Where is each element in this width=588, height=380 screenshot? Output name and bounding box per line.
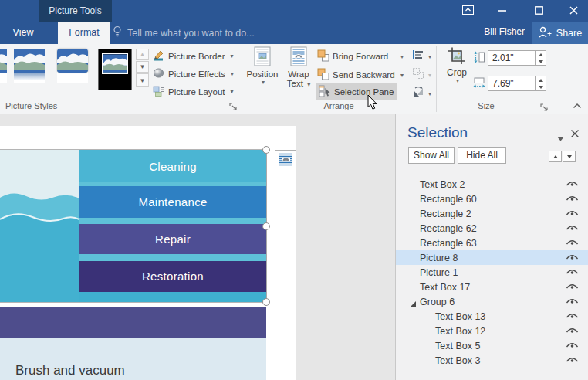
spin-up-button[interactable] bbox=[536, 51, 546, 58]
show-all-button[interactable]: Show All bbox=[408, 147, 455, 164]
eye-visibility-icon[interactable] bbox=[566, 253, 579, 264]
shape-width-spinner[interactable]: 7.69" bbox=[488, 76, 546, 91]
selected-picture[interactable]: Cleaning Maintenance Repair Restoration bbox=[0, 149, 267, 303]
pane-close-button[interactable] bbox=[570, 127, 580, 141]
eye-visibility-icon[interactable] bbox=[566, 356, 579, 367]
document-page[interactable]: Cleaning Maintenance Repair Restoration … bbox=[0, 126, 296, 380]
picture-style-thumbnail-rounded[interactable] bbox=[57, 49, 88, 83]
list-item[interactable]: Text Box 2 bbox=[396, 177, 588, 192]
maximize-button[interactable] bbox=[528, 4, 549, 18]
list-item[interactable]: Rectangle 63 bbox=[396, 236, 588, 250]
collapse-ribbon-button[interactable] bbox=[572, 100, 583, 114]
shape-height-value[interactable]: 2.01" bbox=[488, 51, 535, 65]
eye-visibility-icon[interactable] bbox=[566, 283, 579, 293]
hide-all-button[interactable]: Hide All bbox=[458, 147, 506, 164]
position-button[interactable]: Position ▾ bbox=[245, 46, 280, 108]
eye-visibility-icon[interactable] bbox=[566, 180, 579, 191]
dropdown-arrow-icon: ▾ bbox=[231, 88, 234, 95]
picture-styles-dialog-launcher[interactable] bbox=[228, 100, 238, 110]
list-item[interactable]: Text Box 3 bbox=[396, 353, 588, 368]
spin-up-button[interactable] bbox=[536, 76, 546, 83]
wrap-text-button[interactable]: Wrap Text ▾ bbox=[281, 46, 316, 108]
shape-height-icon bbox=[473, 51, 485, 66]
list-item[interactable]: Picture 1 bbox=[396, 265, 588, 280]
down-arrow-icon bbox=[567, 155, 572, 158]
share-person-icon bbox=[539, 26, 552, 40]
position-label: Position bbox=[245, 70, 280, 79]
list-item[interactable]: Rectangle 60 bbox=[396, 192, 588, 206]
group-objects-button[interactable]: ▾ bbox=[412, 66, 438, 83]
rotate-objects-button[interactable]: ▾ bbox=[412, 85, 438, 102]
eye-visibility-icon[interactable] bbox=[566, 209, 579, 220]
picture-border-label: Picture Border bbox=[168, 52, 225, 61]
share-button[interactable]: Share bbox=[532, 22, 588, 44]
align-objects-button[interactable]: ▾ bbox=[412, 48, 438, 65]
picture-style-thumbnail-framed[interactable] bbox=[98, 49, 132, 90]
expand-collapse-icon[interactable] bbox=[410, 299, 416, 310]
bring-forward-button[interactable]: Bring Forward ▾ bbox=[317, 48, 404, 65]
gallery-scroll-down-button[interactable]: ▼ bbox=[136, 61, 149, 73]
list-item[interactable]: Rectangle 2 bbox=[396, 206, 588, 221]
size-dialog-launcher[interactable] bbox=[539, 101, 549, 110]
picture-style-thumbnail-partial[interactable] bbox=[0, 49, 7, 83]
eye-visibility-icon[interactable] bbox=[566, 224, 579, 235]
minimize-icon bbox=[498, 4, 506, 18]
eye-visibility-icon[interactable] bbox=[566, 341, 579, 352]
eye-visibility-icon[interactable] bbox=[566, 327, 579, 338]
move-down-button[interactable] bbox=[563, 151, 576, 162]
eye-visibility-icon[interactable] bbox=[566, 268, 579, 279]
shape-height-spinner[interactable]: 2.01" bbox=[488, 50, 546, 66]
picture-layout-button[interactable]: Picture Layout ▾ bbox=[153, 83, 241, 100]
spin-down-button[interactable] bbox=[536, 83, 546, 90]
user-name[interactable]: Bill Fisher bbox=[463, 26, 525, 37]
list-item-group[interactable]: Group 6 bbox=[396, 294, 588, 309]
up-arrow-icon bbox=[553, 155, 558, 158]
picture-layout-label: Picture Layout bbox=[168, 87, 225, 97]
picture-effects-icon bbox=[153, 67, 164, 80]
rotate-objects-icon bbox=[412, 86, 424, 101]
minimize-button[interactable] bbox=[491, 4, 512, 18]
water-wave-artwork bbox=[0, 150, 79, 302]
pane-options-button[interactable] bbox=[557, 131, 564, 144]
list-item[interactable]: Text Box 12 bbox=[396, 324, 588, 338]
ribbon-display-options-button[interactable] bbox=[457, 4, 478, 18]
gallery-more-button[interactable]: ▼ bbox=[136, 73, 149, 87]
eye-visibility-icon[interactable] bbox=[566, 297, 579, 308]
caption-text: Brush and vacuum bbox=[15, 363, 125, 378]
tell-me-box[interactable]: Tell me what you want to do... bbox=[113, 24, 255, 42]
resize-handle-top-right[interactable] bbox=[262, 146, 270, 154]
list-item[interactable]: Rectangle 62 bbox=[396, 221, 588, 236]
list-item[interactable]: Text Box 17 bbox=[396, 280, 588, 294]
position-icon bbox=[254, 59, 271, 68]
eye-visibility-icon[interactable] bbox=[566, 312, 579, 323]
shape-width-value[interactable]: 7.69" bbox=[488, 76, 535, 90]
picture-style-thumbnail-reflection[interactable] bbox=[14, 49, 45, 83]
crop-label: Crop bbox=[441, 68, 473, 77]
eye-visibility-icon[interactable] bbox=[566, 239, 579, 249]
selection-pane-button[interactable]: Selection Pane bbox=[316, 83, 397, 100]
app-window: Picture Tools View Format Tell bbox=[0, 0, 588, 380]
list-item[interactable]: Text Box 13 bbox=[396, 309, 588, 324]
close-button[interactable] bbox=[562, 4, 585, 18]
list-item-selected[interactable]: Picture 8 bbox=[396, 250, 588, 265]
item-label: Text Box 17 bbox=[420, 282, 470, 293]
list-item[interactable]: Text Box 5 bbox=[396, 338, 588, 353]
move-up-button[interactable] bbox=[549, 151, 562, 162]
gallery-scroll-up-button[interactable]: ▲ bbox=[136, 49, 149, 60]
resize-handle-middle-right[interactable] bbox=[262, 222, 270, 230]
resize-handle-bottom-right[interactable] bbox=[262, 298, 270, 306]
crop-button[interactable]: Crop ▾ bbox=[441, 46, 473, 94]
picture-effects-button[interactable]: Picture Effects ▾ bbox=[153, 66, 241, 82]
selection-pane: Selection Show All Hide All Text Box 2 R… bbox=[395, 114, 588, 380]
picture-styles-group-label: Picture Styles bbox=[5, 101, 57, 110]
send-backward-button[interactable]: Send Backward ▾ bbox=[317, 66, 404, 83]
item-label: Picture 8 bbox=[420, 253, 458, 263]
tab-format[interactable]: Format bbox=[58, 22, 110, 44]
bring-forward-icon bbox=[317, 49, 329, 63]
tab-view[interactable]: View bbox=[0, 22, 46, 44]
spin-down-button[interactable] bbox=[536, 58, 546, 65]
eye-visibility-icon[interactable] bbox=[566, 195, 579, 205]
picture-border-button[interactable]: Picture Border ▾ bbox=[153, 48, 241, 64]
selection-pane-title: Selection bbox=[407, 124, 468, 141]
layout-options-button[interactable] bbox=[275, 150, 296, 171]
